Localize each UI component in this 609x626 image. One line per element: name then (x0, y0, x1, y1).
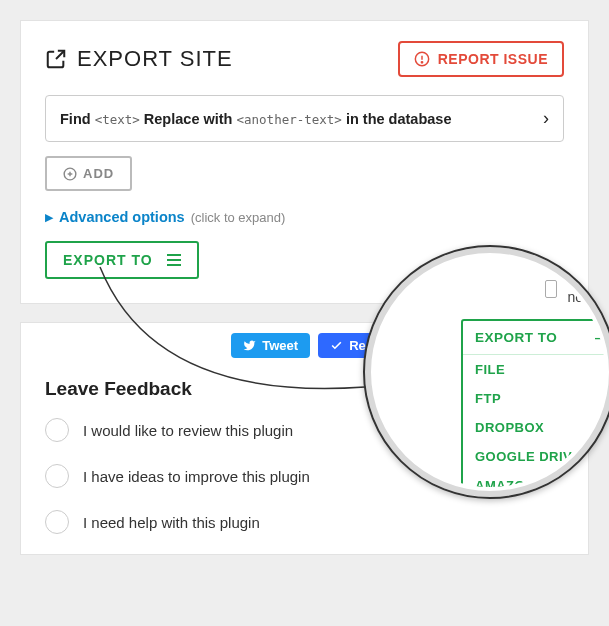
feedback-option-help[interactable]: I need help with this plugin (45, 510, 564, 534)
tweet-label: Tweet (262, 338, 298, 353)
export-title: EXPORT SITE (45, 46, 233, 72)
feedback-option-label: I need help with this plugin (83, 514, 260, 531)
zoom-checkbox-row[interactable]: Do not re (401, 273, 605, 305)
export-to-label: EXPORT TO (63, 252, 153, 268)
add-button[interactable]: ADD (45, 156, 132, 191)
add-label: ADD (83, 166, 114, 181)
triangle-right-icon: ▶ (45, 211, 53, 224)
check-icon (330, 339, 343, 352)
warning-icon (414, 51, 430, 67)
page-title: EXPORT SITE (77, 46, 233, 72)
export-option-ftp[interactable]: FTP (463, 384, 605, 413)
radio-icon (45, 510, 69, 534)
chevron-right-icon: › (543, 108, 549, 129)
checkbox-icon (545, 280, 557, 298)
export-to-menu-head[interactable]: EXPORT TO — (463, 321, 605, 355)
report-issue-label: REPORT ISSUE (438, 51, 548, 67)
export-to-button[interactable]: EXPORT TO (45, 241, 199, 279)
magnifier-lens: Do not re EXPORT TO — FILE FTP DROPBOX G… (363, 245, 609, 499)
recommend-label: Re (349, 338, 366, 353)
feedback-option-label: I have ideas to improve this plugin (83, 468, 310, 485)
radio-icon (45, 464, 69, 488)
tweet-button[interactable]: Tweet (231, 333, 310, 358)
plus-circle-icon (63, 167, 77, 181)
find-replace-text: Find <text> Replace with <another-text> … (60, 111, 451, 127)
export-header: EXPORT SITE REPORT ISSUE (45, 41, 564, 77)
twitter-icon (243, 339, 256, 352)
report-issue-button[interactable]: REPORT ISSUE (398, 41, 564, 77)
export-option-file[interactable]: FILE (463, 355, 605, 384)
feedback-option-label: I would like to review this plugin (83, 422, 293, 439)
menu-icon (167, 254, 181, 266)
svg-point-2 (421, 62, 422, 63)
advanced-options-toggle[interactable]: ▶ Advanced options (click to expand) (45, 209, 564, 225)
export-to-menu-head-label: EXPORT TO (475, 330, 557, 345)
advanced-options-label: Advanced options (59, 209, 185, 225)
advanced-options-hint: (click to expand) (191, 210, 286, 225)
export-icon (45, 48, 67, 70)
collapse-icon: — (595, 330, 605, 345)
export-option-dropbox[interactable]: DROPBOX (463, 413, 605, 442)
radio-icon (45, 418, 69, 442)
find-replace-row[interactable]: Find <text> Replace with <another-text> … (45, 95, 564, 142)
